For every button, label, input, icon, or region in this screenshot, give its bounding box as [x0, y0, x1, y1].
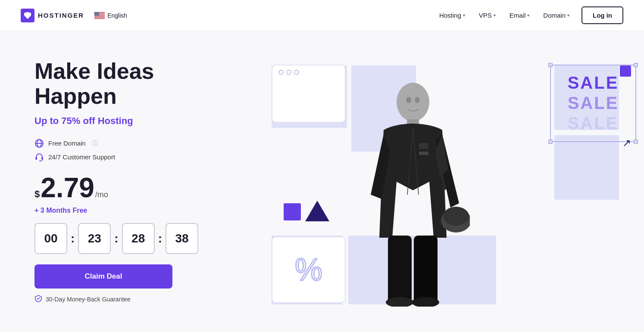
svg-rect-5	[94, 17, 105, 17]
price-amount: 2.79	[41, 174, 94, 202]
logo-icon	[21, 9, 34, 22]
sale-word-2: SALE	[568, 93, 619, 113]
sale-word-3: SALE	[568, 114, 619, 133]
svg-point-44	[415, 97, 420, 103]
person-figure	[336, 65, 483, 307]
sale-corner-br	[634, 140, 638, 144]
nav-hosting[interactable]: Hosting ▾	[434, 8, 470, 22]
countdown-minutes: 23	[78, 223, 111, 254]
svg-point-36	[443, 207, 469, 226]
nav-domain[interactable]: Domain ▾	[538, 8, 575, 22]
claim-deal-button[interactable]: Claim Deal	[34, 264, 172, 289]
svg-point-26	[97, 15, 97, 15]
svg-point-13	[95, 13, 95, 14]
svg-rect-6	[94, 18, 105, 18]
svg-rect-4	[94, 16, 105, 16]
svg-point-12	[96, 13, 97, 13]
main-content: Make Ideas Happen Up to 75% off Hosting …	[0, 31, 644, 332]
price-dollar: $	[34, 189, 40, 200]
countdown-seconds2: 38	[166, 223, 198, 254]
deco-sq-dark-1	[284, 203, 301, 220]
svg-rect-46	[419, 152, 428, 155]
headset-icon	[34, 152, 44, 162]
flag-icon	[94, 12, 105, 19]
svg-point-10	[97, 12, 97, 12]
svg-point-43	[406, 97, 411, 103]
svg-point-22	[97, 14, 97, 15]
svg-point-23	[98, 14, 98, 15]
svg-point-11	[95, 13, 96, 13]
nav-email[interactable]: Email ▾	[504, 8, 535, 22]
browser-dot-1	[278, 70, 284, 75]
sale-box: SALE SALE SALE ↗	[550, 65, 636, 142]
svg-point-24	[95, 15, 95, 15]
deco-sq-7	[554, 135, 619, 200]
svg-point-14	[96, 13, 96, 14]
globe-icon	[34, 139, 44, 148]
language-selector[interactable]: English	[94, 12, 127, 19]
price-period: /mo	[95, 190, 108, 199]
header: HOSTINGER	[0, 0, 644, 31]
svg-rect-45	[419, 143, 428, 149]
svg-point-21	[96, 14, 97, 15]
svg-rect-37	[388, 236, 412, 304]
feature-support-text: 24/7 Customer Support	[48, 153, 115, 161]
svg-point-17	[97, 13, 98, 14]
sale-corner-bl	[548, 140, 553, 144]
hero-left: Make Ideas Happen Up to 75% off Hosting …	[34, 59, 241, 304]
browser-dot-3	[294, 70, 299, 75]
svg-point-15	[97, 13, 97, 14]
feature-domain-text: Free Domain	[48, 140, 86, 147]
shield-icon	[34, 295, 42, 304]
percent-card: %	[272, 236, 346, 303]
chevron-down-icon: ▾	[463, 13, 465, 18]
svg-point-9	[96, 12, 96, 12]
deco-triangle	[305, 201, 329, 221]
svg-point-27	[97, 15, 98, 15]
browser-card	[272, 65, 346, 123]
sale-corner-tl	[548, 63, 553, 67]
countdown-hours: 00	[34, 223, 67, 254]
bonus-text: + 3 Months Free	[34, 207, 241, 214]
feature-support: 24/7 Customer Support	[34, 152, 241, 162]
discount-text: 75%	[61, 115, 80, 126]
hero-headline: Make Ideas Happen	[34, 59, 241, 108]
svg-point-16	[97, 12, 98, 12]
svg-point-19	[97, 13, 97, 13]
countdown-timer: 00 : 23 : 28 : 38	[34, 223, 241, 254]
chevron-down-icon: ▾	[527, 13, 529, 18]
logo[interactable]: HOSTINGER	[21, 9, 84, 22]
language-label: English	[107, 12, 127, 19]
person-svg	[349, 74, 470, 307]
main-nav: Hosting ▾ VPS ▾ Email ▾ Domain ▾ Log in	[434, 6, 623, 24]
hero-subheadline: Up to 75% off Hosting	[34, 115, 241, 127]
login-button[interactable]: Log in	[581, 6, 623, 24]
svg-rect-31	[35, 157, 37, 160]
svg-point-25	[96, 15, 96, 15]
countdown-sep-3: :	[158, 232, 162, 245]
guarantee-area: 30-Day Money-Back Guarantee	[34, 295, 241, 304]
svg-point-33	[397, 83, 429, 121]
chevron-down-icon: ▾	[494, 13, 496, 18]
svg-rect-38	[414, 236, 438, 304]
nav-vps[interactable]: VPS ▾	[474, 8, 501, 22]
browser-dot-2	[286, 70, 291, 75]
svg-point-8	[95, 12, 95, 12]
info-icon: ⓘ	[92, 140, 98, 147]
countdown-seconds1: 28	[122, 223, 155, 254]
price-area: $ 2.79 /mo	[34, 174, 241, 202]
sale-corner-tr	[634, 63, 638, 67]
logo-text: HOSTINGER	[38, 12, 84, 19]
sale-word-1: SALE	[568, 73, 619, 93]
feature-domain: Free Domain ⓘ	[34, 139, 241, 148]
browser-dots	[272, 65, 345, 78]
chevron-down-icon: ▾	[567, 13, 569, 18]
hero-visual: % SALE SALE SALE ↗	[241, 53, 623, 311]
feature-list: Free Domain ⓘ 24/7 Customer Support	[34, 139, 241, 162]
cursor-icon: ↗	[622, 137, 631, 149]
percent-symbol: %	[295, 254, 322, 285]
logo-svg	[23, 11, 32, 20]
countdown-sep-2: :	[114, 232, 118, 245]
svg-point-20	[95, 14, 96, 15]
guarantee-text: 30-Day Money-Back Guarantee	[46, 296, 131, 303]
